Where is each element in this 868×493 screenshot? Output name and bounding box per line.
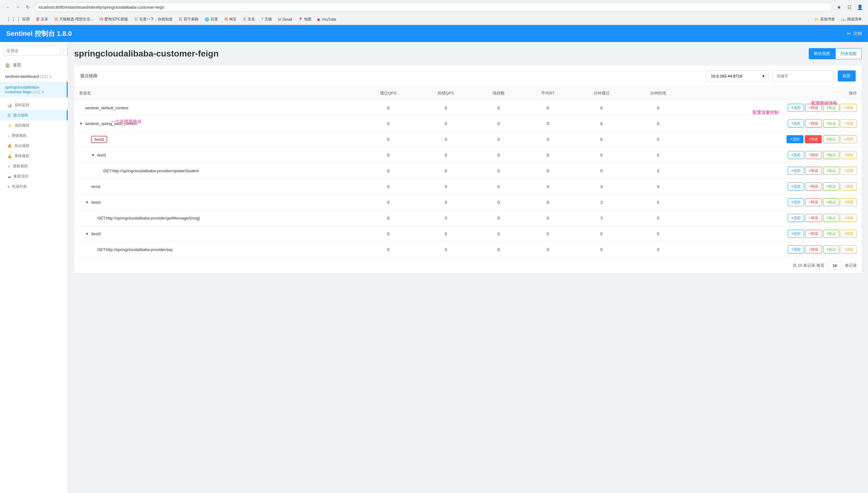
tree-view-button[interactable]: 树状视图 (809, 48, 835, 59)
auth-btn[interactable]: +授权 (841, 245, 857, 254)
hotspot-btn[interactable]: +热点 (823, 120, 839, 128)
th-threads: 线程数 (475, 87, 523, 100)
sidebar-item-hotspot-rules[interactable]: 🔥 热点规则 (0, 141, 68, 151)
sidebar-item-cluster-link[interactable]: ☰ 簇点链路 (0, 110, 68, 121)
back-button[interactable]: ← (4, 3, 12, 12)
hotspot-btn[interactable]: +热点 (823, 104, 839, 112)
bookmark-star-button[interactable]: ★ (835, 3, 843, 12)
refresh-button[interactable]: ↻ (23, 3, 32, 12)
bookmark-suning[interactable]: 苏 苏宁易购 (176, 16, 201, 23)
logout-label[interactable]: 注销 (853, 31, 862, 37)
sidebar-item-sentinel-dashboard[interactable]: sentinel-dashboard (1/1) ∨ (0, 71, 68, 82)
refresh-button[interactable]: 刷新 (838, 70, 856, 82)
sidebar-item-customer-feign[interactable]: springcloudalibaba-customer-feign (1/1) … (0, 82, 68, 97)
app-search-button[interactable]: 搜索 (63, 46, 68, 56)
degrade-btn[interactable]: +降级 (805, 183, 822, 191)
expand-icon[interactable]: ▼ (79, 121, 84, 126)
auth-btn[interactable]: +授权 (841, 214, 857, 222)
app-search-input[interactable] (4, 46, 61, 56)
flow-btn[interactable]: +流控 (788, 104, 804, 112)
bookmark-maps[interactable]: 📍 地图 (296, 16, 314, 23)
hotspot-btn[interactable]: +热点 (823, 230, 839, 238)
bookmark-youtube[interactable]: ▶ YouTube (315, 16, 339, 23)
degrade-btn[interactable]: +降级 (805, 198, 822, 206)
forward-button[interactable]: → (14, 3, 22, 12)
bookmark-baidu2[interactable]: 🌐 百度 (202, 16, 220, 23)
flow-btn[interactable]: +流控 (788, 183, 804, 191)
profile-button[interactable]: 👤 (856, 3, 864, 12)
degrade-btn[interactable]: +降级 (805, 230, 822, 238)
flow-btn[interactable]: +流控 (788, 167, 804, 175)
flow-btn[interactable]: +流控 (788, 245, 804, 254)
keyword-search-input[interactable] (772, 70, 834, 82)
bookmark-others[interactable]: 📁 其他书签 (812, 16, 838, 23)
url-text: localhost:8080/#/dashboard/identity/spri… (39, 5, 164, 9)
expand-icon[interactable]: ▼ (85, 200, 90, 205)
hotspot-btn[interactable]: +热点 (823, 245, 839, 254)
bookmark-jd[interactable]: 京 京东 (33, 16, 51, 23)
auth-btn[interactable]: +授权 (841, 183, 857, 191)
auth-btn[interactable]: +授权 (841, 120, 857, 128)
sidebar-item-degrade-rules[interactable]: ↓ 降级规则 (0, 131, 68, 141)
flow-btn[interactable]: +流控 (788, 120, 804, 128)
auth-btn[interactable]: +授权 (841, 135, 857, 143)
flow-btn[interactable]: +流控 (788, 198, 804, 206)
sidebar-item-cluster-flow[interactable]: ☁ 集群流控 (0, 171, 68, 181)
bookmark-taobao-pc[interactable]: 淘 爱淘宝PC新版 (97, 16, 131, 23)
bookmark-reading[interactable]: 📖 阅读清单 (839, 16, 864, 23)
threads: 0 (475, 194, 523, 210)
flow-btn[interactable]: +流控 (786, 135, 803, 143)
hotspot-btn[interactable]: +热点 (823, 214, 839, 222)
hotspot-btn[interactable]: +热点 (823, 167, 839, 175)
logout-icon: ↩ (847, 30, 851, 37)
bookmark-gmail[interactable]: M Gmail (276, 16, 295, 23)
flow-btn[interactable]: +流控 (788, 151, 804, 159)
avg-rt: 0 (523, 194, 573, 210)
degrade-btn[interactable]: +降级 (805, 135, 822, 143)
bookmark-tianmao[interactable]: 猫 天猫精选-理想生活... (52, 16, 96, 23)
expand-icon[interactable]: ▼ (91, 153, 96, 157)
page-size-input[interactable] (827, 261, 842, 270)
min-reject: 0 (630, 147, 686, 163)
bookmark-tianmao2[interactable]: T 天猫 (259, 16, 275, 23)
table-row: ▼ test3 0 0 0 0 0 0 +流控 (74, 147, 862, 163)
auth-btn[interactable]: +授权 (841, 230, 857, 238)
sidebar-item-machine-list[interactable]: ≡ 机器列表 (0, 181, 68, 192)
threads: 0 (475, 226, 523, 242)
threads: 0 (475, 242, 523, 257)
degrade-btn[interactable]: +降级 (805, 151, 822, 159)
bookmark-baidu[interactable]: 百 百度一下，你就知道 (132, 16, 175, 23)
degrade-btn[interactable]: +降级 (805, 120, 822, 128)
flow-btn[interactable]: +流控 (788, 214, 804, 222)
realtime-label: 实时监控 (15, 103, 29, 108)
hotspot-btn[interactable]: +热点 (823, 198, 839, 206)
pass-qps: 0 (360, 131, 417, 147)
bookmark-apps[interactable]: ⋮⋮⋮ 应用 (4, 16, 32, 23)
sidebar-item-flow-rules[interactable]: ⚡ 流控规则 (0, 121, 68, 131)
sidebar-item-realtime[interactable]: 📊 实时监控 (0, 100, 68, 110)
auth-btn[interactable]: +授权 (841, 151, 857, 159)
degrade-btn[interactable]: +降级 (805, 214, 822, 222)
degrade-btn[interactable]: +降级 (805, 245, 822, 254)
auth-btn[interactable]: +授权 (841, 167, 857, 175)
hotspot-btn[interactable]: +热点 (823, 183, 839, 191)
extensions-button[interactable]: ☷ (845, 3, 854, 12)
sidebar-item-home[interactable]: 🏠 首页 (0, 59, 68, 71)
sidebar-item-system-rules[interactable]: 🔒 系统规则 (0, 151, 68, 161)
auth-btn[interactable]: +授权 (841, 198, 857, 206)
hotspot-btn[interactable]: +热点 (823, 135, 839, 143)
ip-selector[interactable]: 10.8.163.44:8719 ▾ (707, 70, 768, 82)
flow-btn[interactable]: +流控 (788, 230, 804, 238)
degrade-btn[interactable]: +降级 (805, 167, 822, 175)
bookmark-taobao[interactable]: 淘 淘宝 (222, 16, 239, 23)
address-bar[interactable]: localhost:8080/#/dashboard/identity/spri… (35, 2, 832, 12)
resource-name: sentinel_spring_web_context (85, 121, 137, 126)
sidebar-item-auth-rules[interactable]: ✓ 授权规则 (0, 161, 68, 171)
bookmark-jd2[interactable]: 京 京东 (240, 16, 257, 23)
degrade-btn[interactable]: +降级 (805, 104, 822, 112)
hotspot-btn[interactable]: +热点 (823, 151, 839, 159)
action-cell: +流控 +降级 +热点 +授权 (687, 242, 862, 257)
expand-icon[interactable]: ▼ (85, 232, 90, 236)
auth-btn[interactable]: +授权 (841, 104, 857, 112)
list-view-button[interactable]: 列表视图 (835, 48, 862, 59)
